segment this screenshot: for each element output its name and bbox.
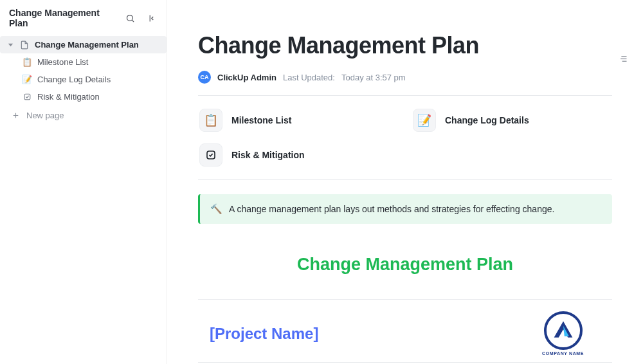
tree-item-root[interactable]: Change Management Plan xyxy=(0,36,167,53)
project-row: [Project Name] COMPANY NAME xyxy=(198,300,612,362)
tree-item-changelog[interactable]: 📝 Change Log Details xyxy=(0,71,167,88)
search-icon[interactable] xyxy=(123,11,137,25)
card-changelog[interactable]: 📝 Change Log Details xyxy=(412,106,612,134)
updated-label: Last Updated: xyxy=(283,73,335,82)
section-heading: Change Management Plan xyxy=(198,255,612,275)
callout: 🔨 A change management plan lays out meth… xyxy=(198,194,612,224)
updated-value: Today at 3:57 pm xyxy=(341,73,406,82)
page-meta: CA ClickUp Admin Last Updated: Today at … xyxy=(198,71,612,84)
document-icon xyxy=(19,41,30,50)
project-name-placeholder[interactable]: [Project Name] xyxy=(210,325,318,343)
company-logo: COMPANY NAME xyxy=(542,311,584,356)
page-title: Change Management Plan xyxy=(198,32,612,59)
page-tree: Change Management Plan 📋 Milestone List … xyxy=(0,35,167,105)
sidebar-title: Change Management Plan xyxy=(9,8,116,28)
checkbox-icon xyxy=(199,143,222,167)
sidebar-header: Change Management Plan xyxy=(0,0,167,35)
author-name[interactable]: ClickUp Admin xyxy=(217,73,276,82)
new-page-button[interactable]: New page xyxy=(0,105,167,125)
tree-item-label: Change Log Details xyxy=(37,75,111,84)
checkbox-icon xyxy=(22,93,32,101)
svg-marker-3 xyxy=(8,44,12,47)
tree-item-label: Change Management Plan xyxy=(35,40,139,50)
svg-marker-11 xyxy=(554,322,572,338)
hammer-icon: 🔨 xyxy=(210,203,222,215)
logo-mark xyxy=(544,311,583,350)
main-content: Change Management Plan CA ClickUp Admin … xyxy=(167,0,643,364)
collapse-sidebar-icon[interactable] xyxy=(143,11,158,25)
callout-text: A change management plan lays out method… xyxy=(229,204,554,214)
svg-rect-4 xyxy=(24,94,30,100)
tree-item-label: Risk & Mitigation xyxy=(37,92,100,102)
subpage-cards: 📋 Milestone List 📝 Change Log Details Ri… xyxy=(198,96,612,179)
tree-item-risk[interactable]: Risk & Mitigation xyxy=(0,88,167,105)
memo-icon: 📝 xyxy=(413,109,436,132)
card-label: Change Log Details xyxy=(445,115,529,125)
card-label: Milestone List xyxy=(231,115,291,125)
sidebar: Change Management Plan Change Management… xyxy=(0,0,167,364)
card-risk[interactable]: Risk & Mitigation xyxy=(198,141,399,169)
tree-item-milestone[interactable]: 📋 Milestone List xyxy=(0,53,167,71)
card-milestone[interactable]: 📋 Milestone List xyxy=(198,106,399,134)
svg-line-1 xyxy=(132,20,134,22)
logo-caption: COMPANY NAME xyxy=(542,351,584,356)
card-label: Risk & Mitigation xyxy=(231,150,305,160)
avatar[interactable]: CA xyxy=(198,71,211,84)
plus-icon xyxy=(12,111,20,120)
divider xyxy=(198,179,612,180)
caret-down-icon[interactable] xyxy=(6,42,14,48)
new-page-label: New page xyxy=(26,111,64,120)
memo-icon: 📝 xyxy=(22,75,32,84)
tree-item-label: Milestone List xyxy=(37,57,88,67)
divider xyxy=(198,362,612,363)
clipboard-icon: 📋 xyxy=(199,109,222,132)
toc-icon[interactable] xyxy=(616,51,630,66)
clipboard-icon: 📋 xyxy=(22,57,32,67)
svg-point-0 xyxy=(127,15,132,21)
